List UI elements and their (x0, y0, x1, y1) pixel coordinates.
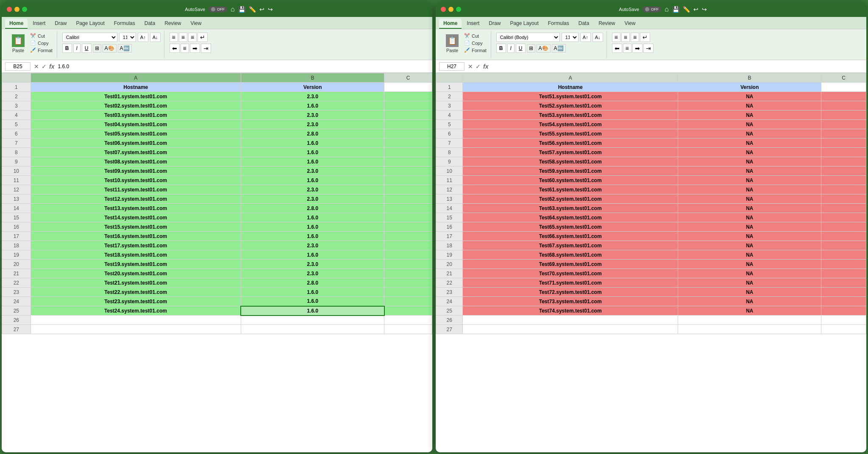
cell-c-w2-16[interactable] (821, 222, 866, 232)
col-header-C-2[interactable]: C (821, 73, 866, 83)
cell-c-w2-24[interactable] (821, 297, 866, 306)
tab-data-2[interactable]: Data (574, 19, 593, 29)
cell-hostname-w2-18[interactable]: Test67.system.test01.com (463, 241, 678, 250)
align-right-1[interactable]: ➡ (190, 44, 200, 53)
tab-insert-2[interactable]: Insert (462, 19, 484, 29)
font-color-icon-1[interactable]: A🔤 (118, 44, 132, 53)
cell-hostname-w2-17[interactable]: Test66.system.test01.com (463, 232, 678, 241)
cell-c-w2-5[interactable] (821, 120, 866, 129)
cell-hostname-5[interactable]: Test04.system.test01.com (31, 120, 241, 129)
tab-view-1[interactable]: View (186, 19, 206, 29)
align-left-1[interactable]: ⬅ (170, 44, 180, 53)
cell-c-w2-7[interactable] (821, 138, 866, 148)
borders-icon-1[interactable]: ⊞ (93, 44, 101, 53)
align-center-1[interactable]: ≡ (181, 44, 189, 53)
col-B-header-1[interactable]: Version (241, 83, 384, 92)
cell-version-20[interactable]: 2.3.0 (241, 260, 384, 269)
font-grow-button-2[interactable]: A↑ (580, 33, 591, 42)
cell-hostname-22[interactable]: Test21.system.test01.com (31, 278, 241, 288)
cell-reference-2[interactable]: H27 (439, 62, 465, 71)
tab-formulas-1[interactable]: Formulas (110, 19, 139, 29)
cell-version-w2-23[interactable]: NA (678, 288, 821, 297)
col-B-header-2[interactable]: Version (678, 83, 821, 92)
cell-version-24[interactable]: 1.6.0 (241, 297, 384, 306)
cell-version-w2-9[interactable]: NA (678, 157, 821, 166)
cut-button-2[interactable]: ✂️ Cut (463, 33, 487, 39)
format-button-2[interactable]: 🖌️ Format (463, 47, 487, 53)
cell-c-14[interactable] (384, 204, 432, 213)
cell-hostname-w2-22[interactable]: Test71.system.test01.com (463, 278, 678, 288)
italic-button-2[interactable]: I (507, 44, 515, 53)
align-center-2[interactable]: ≡ (623, 44, 632, 53)
cell-hostname-w2-5[interactable]: Test54.system.test01.com (463, 120, 678, 129)
cell-version-w2-18[interactable]: NA (678, 241, 821, 250)
cell-hostname-w2-3[interactable]: Test52.system.test01.com (463, 101, 678, 111)
cell-B27[interactable] (241, 325, 384, 334)
wrap-text-2[interactable]: ↵ (640, 33, 650, 42)
close-button-2[interactable] (441, 7, 446, 12)
cell-c-19[interactable] (384, 250, 432, 260)
cell-hostname-6[interactable]: Test05.system.test01.com (31, 129, 241, 138)
cell-hostname-10[interactable]: Test09.system.test01.com (31, 166, 241, 176)
cell-version-w2-17[interactable]: NA (678, 232, 821, 241)
cell-c-w2-20[interactable] (821, 260, 866, 269)
cell-version-14[interactable]: 2.8.0 (241, 204, 384, 213)
redo-icon-2[interactable]: ↪ (702, 6, 707, 13)
underline-button-1[interactable]: U (82, 44, 92, 53)
cell-c-w2-8[interactable] (821, 148, 866, 157)
cut-button-1[interactable]: ✂️ Cut (29, 33, 53, 39)
cell-version-12[interactable]: 2.3.0 (241, 185, 384, 194)
cell-hostname-2[interactable]: Test01.system.test01.com (31, 92, 241, 101)
cell-version-23[interactable]: 1.6.0 (241, 288, 384, 297)
cell-hostname-7[interactable]: Test06.system.test01.com (31, 138, 241, 148)
cell-c-8[interactable] (384, 148, 432, 157)
cancel-formula-icon-2[interactable]: ✕ (468, 63, 473, 70)
cell-version-10[interactable]: 2.3.0 (241, 166, 384, 176)
bold-button-2[interactable]: B (496, 44, 506, 53)
cell-hostname-9[interactable]: Test08.system.test01.com (31, 157, 241, 166)
cell-hostname-w2-23[interactable]: Test72.system.test01.com (463, 288, 678, 297)
cell-hostname-w2-9[interactable]: Test58.system.test01.com (463, 157, 678, 166)
cell-version-19[interactable]: 1.6.0 (241, 250, 384, 260)
cell-hostname-w2-16[interactable]: Test65.system.test01.com (463, 222, 678, 232)
paste-button-2[interactable]: 📋 Paste (442, 33, 462, 55)
cell-version-7[interactable]: 1.6.0 (241, 138, 384, 148)
undo-icon-1[interactable]: ↩ (259, 6, 264, 13)
col-A-header-2[interactable]: Hostname (463, 83, 678, 92)
underline-button-2[interactable]: U (516, 44, 526, 53)
cell-version-17[interactable]: 1.6.0 (241, 232, 384, 241)
cell-reference-1[interactable]: B25 (5, 62, 31, 71)
cell-hostname-w2-20[interactable]: Test69.system.test01.com (463, 260, 678, 269)
cell-c-18[interactable] (384, 241, 432, 250)
tab-view-2[interactable]: View (620, 19, 640, 29)
cell-hostname-13[interactable]: Test12.system.test01.com (31, 194, 241, 204)
cell-version-w2-20[interactable]: NA (678, 260, 821, 269)
maximize-button-2[interactable] (456, 7, 461, 12)
cell-c-11[interactable] (384, 176, 432, 185)
confirm-formula-icon-1[interactable]: ✓ (42, 63, 47, 70)
cell-hostname-11[interactable]: Test10.system.test01.com (31, 176, 241, 185)
tab-pagelayout-2[interactable]: Page Layout (506, 19, 542, 29)
cell-version-6[interactable]: 2.8.0 (241, 129, 384, 138)
cell-B26[interactable] (241, 316, 384, 325)
cell-hostname-25[interactable]: Test24.system.test01.com (31, 306, 241, 316)
cell-w2-C26[interactable] (821, 316, 866, 325)
cell-c-21[interactable] (384, 269, 432, 278)
cell-c-w2-15[interactable] (821, 213, 866, 222)
cell-version-w2-2[interactable]: NA (678, 92, 821, 101)
cell-version-18[interactable]: 2.3.0 (241, 241, 384, 250)
cell-hostname-12[interactable]: Test11.system.test01.com (31, 185, 241, 194)
cell-hostname-16[interactable]: Test15.system.test01.com (31, 222, 241, 232)
insert-function-icon-1[interactable]: fx (49, 63, 54, 70)
cell-c-w2-17[interactable] (821, 232, 866, 241)
cell-hostname-w2-2[interactable]: Test51.system.test01.com (463, 92, 678, 101)
cell-c-13[interactable] (384, 194, 432, 204)
autosave-toggle-2[interactable]: OFF (643, 6, 661, 12)
cell-hostname-w2-4[interactable]: Test53.system.test01.com (463, 111, 678, 120)
cell-version-w2-7[interactable]: NA (678, 138, 821, 148)
undo-icon-2[interactable]: ↩ (693, 6, 698, 13)
cell-hostname-w2-21[interactable]: Test70.system.test01.com (463, 269, 678, 278)
indent-2[interactable]: ⇥ (643, 44, 654, 53)
maximize-button-1[interactable] (22, 7, 27, 12)
paste-button-1[interactable]: 📋 Paste (8, 33, 28, 55)
